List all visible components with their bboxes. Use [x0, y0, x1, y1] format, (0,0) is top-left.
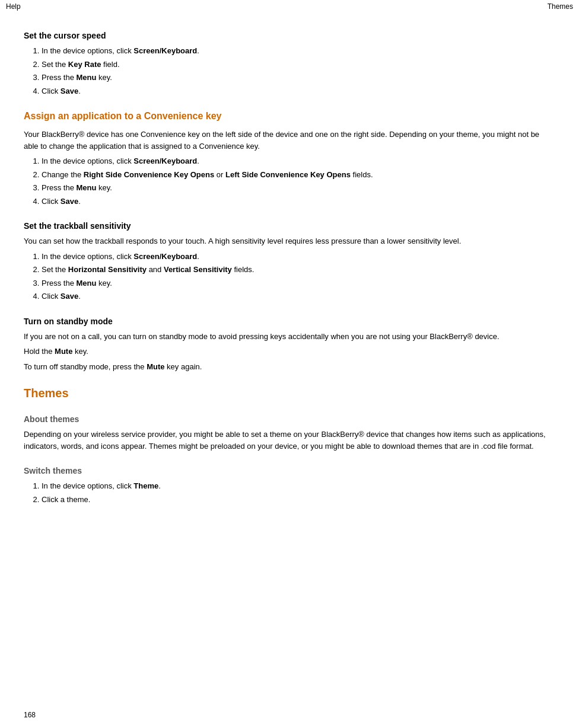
list-item: Press the Menu key. [42, 277, 555, 289]
list-item: Set the Horizontal Sensitivity and Verti… [42, 264, 555, 276]
header-right: Themes [548, 2, 573, 11]
switch-themes-heading: Switch themes [24, 466, 555, 475]
standby-mode-intro: If you are not on a call, you can turn o… [24, 331, 555, 343]
list-item: In the device options, click Theme. [42, 480, 555, 492]
list-item: Click Save. [42, 290, 555, 302]
bold-text: Menu [77, 73, 97, 82]
bold-text: Save [61, 87, 78, 95]
assign-application-heading: Assign an application to a Convenience k… [24, 111, 555, 122]
themes-main-heading: Themes [24, 387, 555, 400]
header-left: Help [6, 2, 21, 11]
list-item: In the device options, click Screen/Keyb… [42, 45, 555, 57]
list-item: Change the Right Side Convenience Key Op… [42, 169, 555, 181]
section-switch-themes: Switch themes In the device options, cli… [24, 466, 555, 505]
list-item: Click a theme. [42, 494, 555, 506]
list-item: Press the Menu key. [42, 72, 555, 84]
section-standby-mode: Turn on standby mode If you are not on a… [24, 317, 555, 373]
section-about-themes: About themes Depending on your wireless … [24, 414, 555, 452]
section-assign-application: Assign an application to a Convenience k… [24, 111, 555, 207]
trackball-sensitivity-intro: You can set how the trackball responds t… [24, 235, 555, 247]
standby-mode-line3: To turn off standby mode, press the Mute… [24, 361, 555, 373]
bold-text: Screen/Keyboard [133, 157, 197, 165]
bold-text: Save [61, 292, 78, 301]
bold-text: Horizontal Sensitivity [68, 265, 147, 274]
page-footer: 168 [24, 711, 36, 719]
bold-text: Left Side Convenience Key Opens [225, 170, 351, 179]
list-item: In the device options, click Screen/Keyb… [42, 251, 555, 263]
assign-application-steps: In the device options, click Screen/Keyb… [42, 155, 555, 207]
bold-text: Save [61, 197, 78, 206]
page-number: 168 [24, 711, 36, 719]
bold-text: Menu [77, 183, 97, 192]
bold-text: Key Rate [68, 60, 101, 69]
section-cursor-speed: Set the cursor speed In the device optio… [24, 31, 555, 97]
section-trackball-sensitivity: Set the trackball sensitivity You can se… [24, 221, 555, 302]
list-item: Click Save. [42, 196, 555, 207]
bold-text: Mute [147, 362, 164, 371]
list-item: In the device options, click Screen/Keyb… [42, 155, 555, 167]
page-header: Help Themes [0, 0, 579, 13]
about-themes-heading: About themes [24, 414, 555, 424]
list-item: Set the Key Rate field. [42, 59, 555, 71]
bold-text: Vertical Sensitivity [164, 265, 232, 274]
list-item: Press the Menu key. [42, 182, 555, 194]
assign-application-intro: Your BlackBerry® device has one Convenie… [24, 129, 555, 152]
standby-mode-heading: Turn on standby mode [24, 317, 555, 326]
trackball-sensitivity-heading: Set the trackball sensitivity [24, 221, 555, 231]
bold-text: Mute [55, 347, 72, 356]
about-themes-intro: Depending on your wireless service provi… [24, 429, 555, 452]
bold-text: Right Side Convenience Key Opens [84, 170, 214, 179]
bold-text: Menu [77, 279, 97, 288]
bold-text: Theme [133, 481, 158, 490]
cursor-speed-steps: In the device options, click Screen/Keyb… [42, 45, 555, 97]
bold-text: Screen/Keyboard [133, 252, 197, 261]
standby-mode-line2: Hold the Mute key. [24, 346, 555, 357]
cursor-speed-heading: Set the cursor speed [24, 31, 555, 40]
page-content: Set the cursor speed In the device optio… [0, 13, 579, 543]
switch-themes-steps: In the device options, click Theme. Clic… [42, 480, 555, 505]
bold-text: Screen/Keyboard [133, 46, 197, 55]
trackball-sensitivity-steps: In the device options, click Screen/Keyb… [42, 251, 555, 302]
section-themes-main: Themes [24, 387, 555, 400]
list-item: Click Save. [42, 85, 555, 97]
